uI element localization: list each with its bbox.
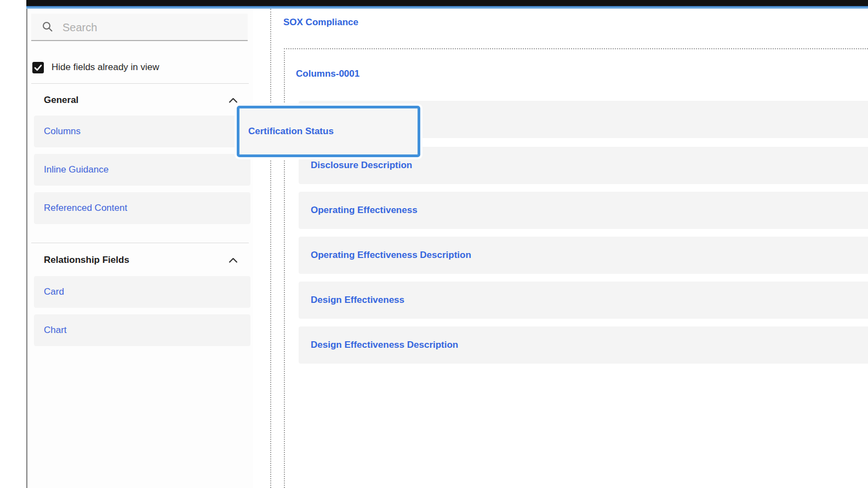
section-label: General: [44, 95, 78, 106]
palette-item-label: Inline Guidance: [44, 164, 108, 175]
check-icon: [34, 64, 42, 71]
field-row-label: Design Effectiveness Description: [311, 340, 458, 351]
field-row-operating-effectiveness-description[interactable]: Operating Effectiveness Description: [299, 237, 868, 274]
chevron-up-icon: [229, 257, 238, 263]
hide-fields-row: Hide fields already in view: [32, 61, 159, 73]
divider: [31, 243, 249, 243]
palette-item-card[interactable]: Card: [34, 276, 250, 308]
field-row-label: Design Effectiveness: [311, 295, 404, 306]
palette-item-columns[interactable]: Columns: [34, 116, 250, 147]
palette-item-label: Referenced Content: [44, 203, 127, 214]
field-row-label: Operating Effectiveness Description: [311, 250, 471, 261]
search-box: [31, 14, 248, 41]
chevron-up-icon: [229, 97, 238, 104]
form-builder-window: Hide fields already in view General Colu…: [0, 0, 868, 488]
field-row-design-effectiveness[interactable]: Design Effectiveness: [299, 282, 868, 319]
columns-container-link[interactable]: Columns-0001: [296, 68, 359, 79]
section-label: Relationship Fields: [44, 255, 129, 266]
field-palette-sidebar: Hide fields already in view General Colu…: [26, 9, 253, 488]
dragged-field-card[interactable]: Certification Status: [237, 106, 420, 157]
palette-item-label: Card: [44, 286, 64, 297]
palette-item-chart[interactable]: Chart: [34, 314, 250, 346]
field-row-label: Operating Effectiveness: [311, 205, 418, 216]
field-row-label: Disclosure Description: [311, 160, 412, 171]
palette-item-label: Columns: [44, 126, 81, 137]
view-title-link[interactable]: SOX Compliance: [283, 17, 358, 28]
hide-fields-checkbox[interactable]: [32, 62, 44, 73]
section-header-general[interactable]: General: [44, 94, 238, 107]
divider: [31, 83, 249, 84]
hide-fields-label: Hide fields already in view: [52, 62, 159, 73]
field-row-design-effectiveness-description[interactable]: Design Effectiveness Description: [299, 326, 868, 364]
search-input[interactable]: [61, 18, 239, 37]
section-header-relationship-fields[interactable]: Relationship Fields: [44, 254, 238, 267]
field-row-operating-effectiveness[interactable]: Operating Effectiveness: [299, 192, 868, 229]
dragged-field-label: Certification Status: [248, 126, 334, 137]
app-top-bar: [26, 0, 868, 6]
palette-item-inline-guidance[interactable]: Inline Guidance: [34, 154, 250, 186]
search-icon: [42, 21, 53, 32]
palette-item-referenced-content[interactable]: Referenced Content: [34, 192, 250, 224]
palette-item-label: Chart: [44, 325, 67, 336]
